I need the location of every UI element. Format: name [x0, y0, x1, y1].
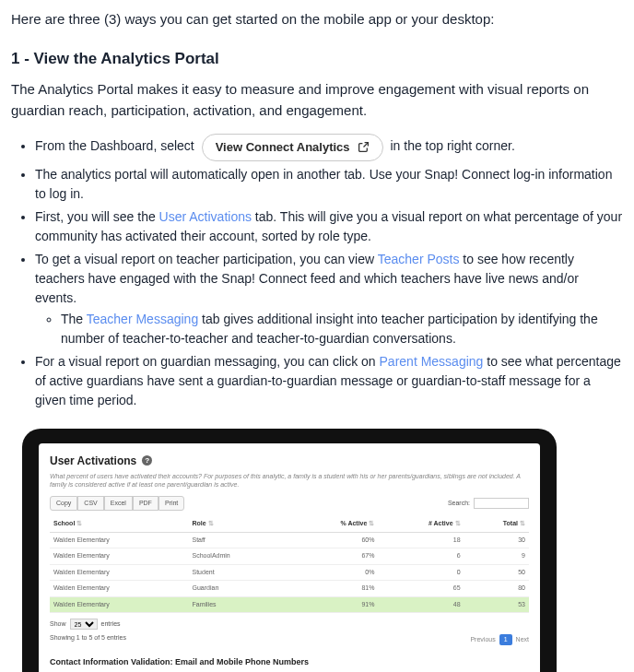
cell-active: 6 — [378, 548, 464, 565]
cell-active: 18 — [378, 532, 464, 548]
col-school[interactable]: School⇅ — [50, 516, 189, 532]
entries-label: entries — [101, 619, 121, 630]
teacher-posts-link[interactable]: Teacher Posts — [378, 252, 460, 266]
text-fragment: The — [61, 312, 87, 326]
sort-icon: ⇅ — [520, 520, 525, 526]
cell-school: Walden Elementary — [50, 532, 189, 548]
cell-total: 53 — [464, 596, 529, 613]
table-row: Walden ElementarySchoolAdmin67%69 — [50, 548, 529, 565]
export-button-row: Copy CSV Excel PDF Print — [50, 496, 184, 512]
laptop-mockup: User Activations ? What percent of users… — [11, 429, 623, 673]
cell-role: Student — [189, 564, 288, 581]
table-row: Walden ElementaryGuardian81%6580 — [50, 581, 529, 597]
list-item: From the Dashboard, select View Connect … — [35, 134, 623, 161]
excel-button[interactable]: Excel — [104, 496, 133, 512]
activations-table: School⇅ Role⇅ % Active⇅ # Active⇅ Total⇅… — [50, 516, 529, 613]
cell-pct: 67% — [288, 548, 378, 565]
search-input[interactable] — [474, 498, 529, 509]
cell-active: 48 — [378, 596, 464, 613]
cell-total: 30 — [464, 532, 529, 548]
pager-next[interactable]: Next — [516, 635, 529, 645]
pdf-button[interactable]: PDF — [133, 496, 158, 512]
pager-previous[interactable]: Previous — [470, 635, 495, 645]
view-connect-analytics-button[interactable]: View Connect Analytics — [202, 134, 383, 161]
text-fragment: First, you will see the — [35, 209, 159, 224]
list-item: The Teacher Messaging tab gives addition… — [61, 310, 623, 348]
show-label: Show — [50, 619, 66, 630]
cell-pct: 81% — [288, 581, 378, 597]
cell-school: Walden Elementary — [50, 548, 189, 565]
section-title: 1 - View the Analytics Portal — [11, 47, 623, 71]
text-fragment: From the Dashboard, select — [35, 138, 194, 153]
table-row: Walden ElementaryStudent0%050 — [50, 564, 529, 581]
cell-total: 80 — [464, 581, 529, 597]
sort-icon: ⇅ — [208, 520, 214, 526]
parent-messaging-link[interactable]: Parent Messaging — [380, 354, 484, 369]
cell-active: 65 — [378, 581, 464, 597]
cell-total: 9 — [464, 548, 529, 565]
user-activations-link[interactable]: User Activations — [159, 209, 252, 224]
sub-list: The Teacher Messaging tab gives addition… — [35, 310, 623, 348]
list-item: For a visual report on guardian messagin… — [35, 352, 623, 410]
cell-role: Families — [189, 596, 288, 613]
sort-icon: ⇅ — [76, 520, 82, 526]
cell-school: Walden Elementary — [50, 564, 189, 581]
panel-title: User Activations — [50, 453, 136, 469]
cell-pct: 0% — [288, 564, 378, 581]
contact-validation-title: Contact Information Validation: Email an… — [50, 656, 529, 669]
search-label: Search: — [448, 499, 470, 509]
list-item: The analytics portal will automatically … — [35, 165, 623, 204]
cell-active: 0 — [378, 564, 464, 581]
table-row: Walden ElementaryStaff60%1830 — [50, 532, 529, 548]
col-role[interactable]: Role⇅ — [189, 516, 288, 532]
cell-role: SchoolAdmin — [189, 548, 288, 565]
panel-subtitle: What percent of users have activated the… — [50, 472, 529, 489]
col-num-active[interactable]: # Active⇅ — [378, 516, 464, 532]
teacher-messaging-link[interactable]: Teacher Messaging — [87, 312, 198, 326]
cell-total: 50 — [464, 564, 529, 581]
cell-role: Staff — [189, 532, 288, 548]
cell-school: Walden Elementary — [50, 596, 189, 613]
help-icon[interactable]: ? — [142, 455, 152, 466]
cell-pct: 60% — [288, 532, 378, 548]
text-fragment: To get a visual report on teacher partic… — [35, 252, 378, 266]
intro-text: Here are three (3) ways you can get star… — [11, 9, 623, 30]
external-link-icon — [358, 141, 370, 153]
cell-school: Walden Elementary — [50, 581, 189, 597]
list-item: To get a visual report on teacher partic… — [35, 250, 623, 348]
analytics-portal-screen: User Activations ? What percent of users… — [39, 443, 540, 673]
copy-button[interactable]: Copy — [50, 496, 77, 512]
text-fragment: For a visual report on guardian messagin… — [35, 354, 380, 369]
print-button[interactable]: Print — [158, 496, 184, 512]
button-label: View Connect Analytics — [216, 138, 350, 157]
table-row: Walden ElementaryFamilies91%4853 — [50, 596, 529, 613]
list-item: First, you will see the User Activations… — [35, 207, 623, 246]
cell-role: Guardian — [189, 581, 288, 597]
entries-select[interactable]: 25 — [70, 619, 98, 630]
text-fragment: in the top right corner. — [390, 138, 514, 153]
csv-button[interactable]: CSV — [77, 496, 103, 512]
sort-icon: ⇅ — [369, 520, 374, 526]
pager-page-1[interactable]: 1 — [499, 634, 512, 646]
instruction-list: From the Dashboard, select View Connect … — [11, 134, 623, 410]
col-pct-active[interactable]: % Active⇅ — [288, 516, 378, 532]
section-description: The Analytics Portal makes it easy to me… — [11, 79, 623, 121]
sort-icon: ⇅ — [455, 520, 461, 526]
cell-pct: 91% — [288, 596, 378, 613]
col-total[interactable]: Total⇅ — [464, 516, 529, 532]
